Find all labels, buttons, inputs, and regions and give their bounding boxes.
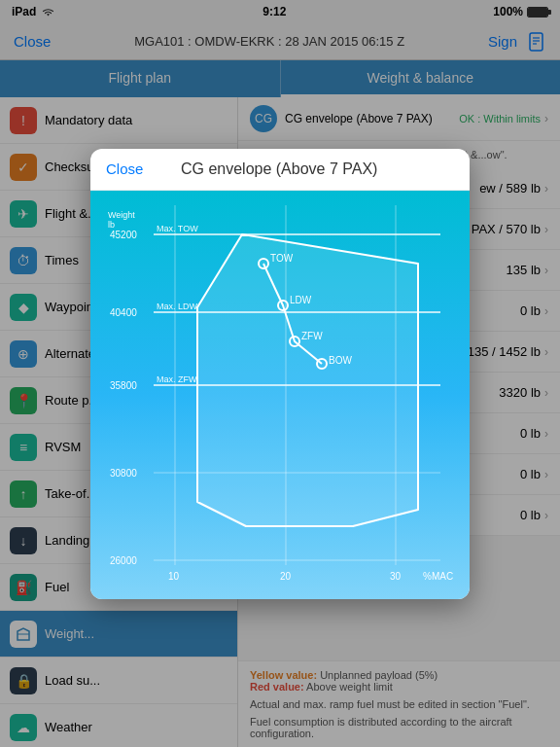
svg-text:Weight: Weight <box>108 210 135 220</box>
svg-text:Max. LDW: Max. LDW <box>157 302 198 311</box>
svg-text:Max. ZFW: Max. ZFW <box>157 374 197 384</box>
svg-text:26000: 26000 <box>110 555 137 566</box>
modal-close-button[interactable]: Close <box>106 160 143 177</box>
chart-svg: Weight lb 45200 <box>100 191 460 599</box>
cg-chart: Weight lb 45200 <box>90 191 470 599</box>
svg-text:10: 10 <box>168 571 180 582</box>
modal-overlay[interactable]: Close CG envelope (Above 7 PAX) Weight l… <box>0 0 560 747</box>
svg-text:LDW: LDW <box>290 295 312 305</box>
svg-text:20: 20 <box>280 571 292 582</box>
svg-text:Max. TOW: Max. TOW <box>157 224 198 233</box>
modal-title: CG envelope (Above 7 PAX) <box>181 160 377 178</box>
svg-text:lb: lb <box>108 220 115 230</box>
svg-text:%MAC: %MAC <box>423 571 453 582</box>
svg-text:TOW: TOW <box>270 253 294 264</box>
svg-text:35800: 35800 <box>110 380 137 391</box>
svg-text:45200: 45200 <box>110 230 137 240</box>
svg-text:30: 30 <box>390 571 402 582</box>
svg-text:ZFW: ZFW <box>301 331 323 341</box>
svg-text:30800: 30800 <box>110 468 137 479</box>
svg-text:40400: 40400 <box>110 307 137 318</box>
svg-text:BOW: BOW <box>329 355 352 366</box>
modal-header: Close CG envelope (Above 7 PAX) <box>90 149 470 191</box>
svg-marker-32 <box>197 234 418 526</box>
cg-modal: Close CG envelope (Above 7 PAX) Weight l… <box>90 149 470 599</box>
